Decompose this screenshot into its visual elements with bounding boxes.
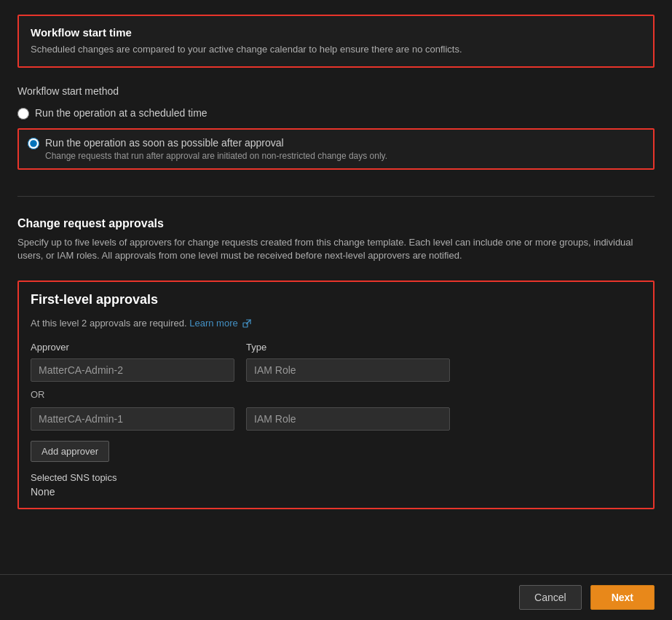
- footer: Cancel Next: [0, 574, 672, 620]
- or-separator: OR: [31, 389, 641, 400]
- workflow-start-description: Scheduled changes are compared to your a…: [31, 43, 641, 56]
- sns-topics-value: None: [31, 486, 641, 498]
- workflow-start-title: Workflow start time: [31, 26, 641, 39]
- approver-row-1: [31, 358, 641, 382]
- cancel-button[interactable]: Cancel: [519, 585, 582, 610]
- col-header-type: Type: [246, 342, 450, 353]
- learn-more-link[interactable]: Learn more: [189, 318, 251, 329]
- section-divider-1: [17, 196, 655, 197]
- main-content: Workflow start time Scheduled changes ar…: [0, 0, 672, 574]
- radio-scheduled[interactable]: [17, 108, 29, 119]
- type-1-input[interactable]: [246, 358, 450, 382]
- approvals-header-section: Change request approvals Specify up to f…: [17, 214, 655, 265]
- radio-after-approval-content: Run the operation as soon as possible af…: [45, 137, 387, 161]
- start-method-section: Workflow start method Run the operation …: [17, 82, 655, 178]
- next-button[interactable]: Next: [590, 585, 655, 610]
- start-method-label: Workflow start method: [17, 85, 655, 97]
- page-container: Workflow start time Scheduled changes ar…: [0, 0, 672, 620]
- approvals-required-text: At this level 2 approvals are required. …: [31, 318, 641, 329]
- approver-2-input[interactable]: [31, 407, 234, 431]
- radio-option-scheduled[interactable]: Run the operation at a scheduled time: [17, 104, 655, 122]
- sns-topics-label: Selected SNS topics: [31, 472, 641, 483]
- radio-scheduled-content: Run the operation at a scheduled time: [35, 107, 207, 119]
- radio-after-approval-label: Run the operation as soon as possible af…: [45, 137, 387, 149]
- type-2-input[interactable]: [246, 407, 450, 431]
- radio-scheduled-label: Run the operation at a scheduled time: [35, 107, 207, 119]
- approver-row-2: [31, 407, 641, 431]
- radio-after-approval[interactable]: [28, 138, 39, 149]
- workflow-start-section: Workflow start time Scheduled changes ar…: [17, 15, 655, 68]
- approver-row-header: Approver Type: [31, 342, 641, 353]
- approvals-title: Change request approvals: [17, 217, 655, 230]
- col-header-approver: Approver: [31, 342, 234, 353]
- first-level-section: First-level approvals At this level 2 ap…: [17, 280, 655, 509]
- approver-1-input[interactable]: [31, 358, 234, 382]
- svg-line-1: [247, 320, 251, 324]
- external-link-icon: [242, 319, 251, 328]
- radio-option-after-approval[interactable]: Run the operation as soon as possible af…: [17, 128, 655, 170]
- radio-after-approval-subtitle: Change requests that run after approval …: [45, 151, 387, 161]
- approvals-description: Specify up to five levels of approvers f…: [17, 236, 655, 262]
- add-approver-button[interactable]: Add approver: [31, 441, 109, 462]
- first-level-title: First-level approvals: [31, 292, 641, 307]
